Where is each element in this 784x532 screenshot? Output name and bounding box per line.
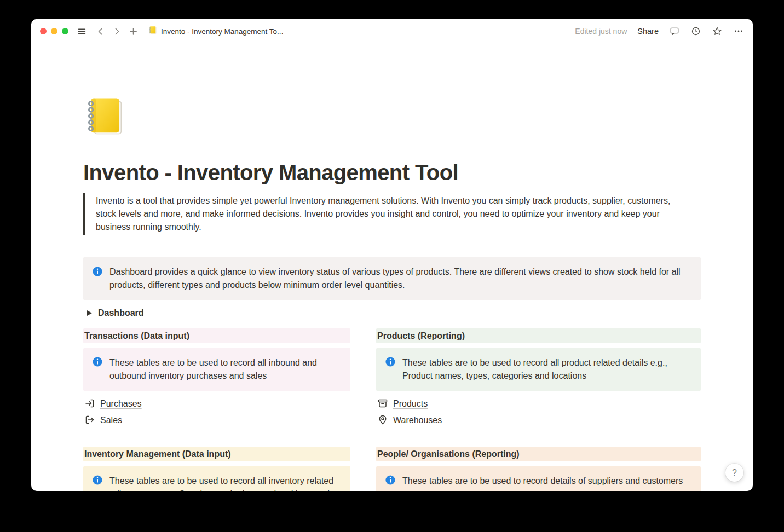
dashboard-callout-text: Dashboard provides a quick glance to vie…	[109, 265, 692, 292]
ledger-emoji-icon	[148, 26, 157, 37]
info-icon	[385, 356, 396, 383]
titlebar: Invento - Inventory Management To... Edi…	[31, 19, 753, 43]
section-header-people-organisations: People/ Organisations (Reporting)	[376, 447, 701, 461]
people-organisations-callout-text: These tables are to be used to record de…	[402, 475, 683, 489]
help-button[interactable]: ?	[725, 464, 743, 482]
info-icon	[92, 266, 103, 292]
more-options-icon[interactable]	[733, 26, 744, 37]
tab-title: Invento - Inventory Management To...	[161, 27, 283, 36]
info-icon	[92, 475, 103, 491]
archive-box-icon	[377, 398, 388, 409]
dashboard-toggle[interactable]: Dashboard	[83, 305, 701, 321]
page-scroll-area[interactable]: Invento - Inventory Management Tool Inve…	[31, 43, 753, 491]
info-icon	[92, 356, 103, 383]
page-ledger-icon[interactable]	[83, 95, 126, 137]
link-warehouses[interactable]: Warehouses	[376, 412, 701, 428]
forward-icon[interactable]	[111, 26, 122, 37]
minimize-window-button[interactable]	[51, 28, 57, 34]
link-purchases-label[interactable]: Purchases	[100, 398, 142, 409]
back-icon[interactable]	[95, 26, 106, 37]
page-tab[interactable]: Invento - Inventory Management To...	[148, 26, 283, 37]
dashboard-callout: Dashboard provides a quick glance to vie…	[83, 257, 701, 300]
section-header-transactions: Transactions (Data input)	[83, 328, 350, 343]
dashboard-toggle-label: Dashboard	[98, 307, 144, 319]
transactions-callout-text: These tables are to be used to record al…	[109, 356, 342, 383]
location-pin-icon	[377, 414, 388, 425]
info-icon	[385, 475, 396, 489]
inventory-management-callout-text: These tables are to be used to record al…	[109, 475, 342, 491]
section-header-inventory-management: Inventory Management (Data input)	[83, 447, 350, 461]
intro-quote: Invento is a tool that provides simple y…	[83, 193, 688, 235]
products-callout: These tables are to be used to record al…	[376, 348, 701, 391]
history-clock-icon[interactable]	[690, 26, 701, 37]
products-callout-text: These tables are to be used to record al…	[402, 356, 692, 383]
hamburger-menu-icon[interactable]	[76, 26, 87, 37]
link-sales[interactable]: Sales	[83, 412, 350, 428]
app-window: Invento - Inventory Management To... Edi…	[31, 19, 753, 491]
link-purchases[interactable]: Purchases	[83, 395, 350, 412]
link-sales-label[interactable]: Sales	[100, 414, 122, 426]
people-organisations-callout: These tables are to be used to record de…	[376, 466, 701, 491]
traffic-lights	[40, 28, 68, 34]
toggle-triangle-icon[interactable]	[87, 310, 92, 316]
inventory-management-callout: These tables are to be used to record al…	[83, 466, 350, 491]
share-button[interactable]: Share	[637, 27, 659, 36]
link-products[interactable]: Products	[376, 395, 701, 412]
section-header-products: Products (Reporting)	[376, 328, 701, 343]
edited-status: Edited just now	[575, 27, 627, 36]
zoom-window-button[interactable]	[62, 28, 68, 34]
page-title: Invento - Inventory Management Tool	[83, 159, 701, 186]
close-window-button[interactable]	[40, 28, 47, 34]
link-warehouses-label[interactable]: Warehouses	[393, 414, 442, 426]
comments-icon[interactable]	[669, 26, 680, 37]
exit-arrow-icon	[84, 414, 95, 425]
enter-arrow-icon	[84, 398, 95, 409]
new-tab-icon[interactable]	[128, 26, 139, 37]
transactions-callout: These tables are to be used to record al…	[83, 348, 350, 391]
link-products-label[interactable]: Products	[393, 398, 428, 409]
favorite-star-icon[interactable]	[712, 26, 723, 37]
